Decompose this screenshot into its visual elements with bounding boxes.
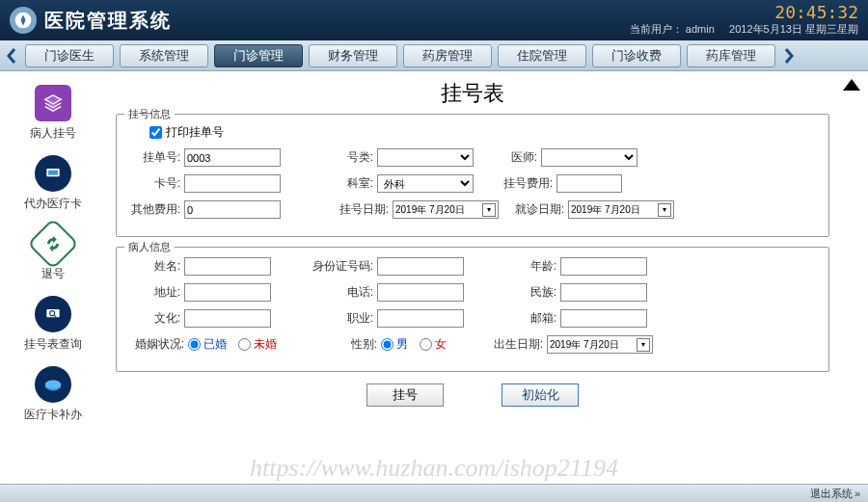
name-label: 姓名: xyxy=(130,258,180,275)
calendar-icon: ▾ xyxy=(482,203,496,217)
sidebar-item-register[interactable]: 病人挂号 xyxy=(30,85,76,142)
svg-point-7 xyxy=(45,380,62,388)
user-label: 当前用户： xyxy=(630,23,683,35)
sidebar-item-reissue[interactable]: 医疗卡补办 xyxy=(24,366,82,423)
visitdate-picker[interactable]: 2019年 7月20日▾ xyxy=(568,200,674,219)
edu-input[interactable] xyxy=(184,309,271,328)
married-radio[interactable] xyxy=(188,338,201,351)
tab-inpatient-mgmt[interactable]: 住院管理 xyxy=(498,44,586,67)
calendar-icon: ▾ xyxy=(637,338,650,352)
app-header: 医院管理系统 20:45:32 当前用户： admin 2012年5月13日 星… xyxy=(0,0,868,40)
unmarried-radio[interactable] xyxy=(238,338,251,351)
nation-input[interactable] xyxy=(560,283,647,302)
card-input[interactable] xyxy=(184,174,281,193)
age-input[interactable] xyxy=(560,257,647,276)
name-input[interactable] xyxy=(184,257,271,276)
layers-icon xyxy=(35,85,71,121)
dept-label: 科室: xyxy=(335,175,373,192)
birth-picker[interactable]: 2019年 7月20日▾ xyxy=(547,335,653,354)
group-registration-info: 挂号信息 打印挂单号 挂单号: 号类: 医师: 卡号: 科室:外科 挂号费用: … xyxy=(116,114,829,237)
tab-system-mgmt[interactable]: 系统管理 xyxy=(120,44,208,67)
female-radio[interactable] xyxy=(420,338,432,351)
type-label: 号类: xyxy=(335,149,373,166)
app-logo-icon xyxy=(10,7,37,34)
tab-outpatient-mgmt[interactable]: 门诊管理 xyxy=(214,44,303,67)
calendar-icon: ▾ xyxy=(658,203,671,217)
svg-rect-2 xyxy=(48,171,58,175)
sidebar-item-label: 病人挂号 xyxy=(30,125,76,142)
phone-label: 电话: xyxy=(335,284,373,301)
sidebar-item-label: 代办医疗卡 xyxy=(24,196,82,212)
gender-label: 性别: xyxy=(339,336,377,353)
sidebar-item-label: 医疗卡补办 xyxy=(24,407,82,423)
marital-label: 婚姻状况: xyxy=(130,336,184,353)
print-label: 打印挂单号 xyxy=(166,124,224,141)
group-title: 挂号信息 xyxy=(124,107,175,121)
sidebar: 病人挂号 代办医疗卡 退号 挂号表查询 医疗卡补办 xyxy=(0,71,106,484)
tab-drug-store-mgmt[interactable]: 药库管理 xyxy=(687,44,775,67)
card-icon xyxy=(35,366,71,403)
clock: 20:45:32 xyxy=(630,2,858,22)
regno-label: 挂单号: xyxy=(130,149,180,166)
scroll-up-icon[interactable] xyxy=(841,77,862,98)
visitdate-label: 就诊日期: xyxy=(510,201,564,218)
addr-input[interactable] xyxy=(184,283,271,302)
fee-input[interactable] xyxy=(556,174,622,193)
edu-label: 文化: xyxy=(130,310,180,327)
type-select[interactable] xyxy=(377,148,474,167)
tab-finance-mgmt[interactable]: 财务管理 xyxy=(309,44,397,67)
group-patient-info: 病人信息 姓名: 身份证号码: 年龄: 地址: 电话: 民族: 文化: 职业: … xyxy=(116,247,829,372)
sidebar-item-query[interactable]: 挂号表查询 xyxy=(24,296,82,353)
card-label: 卡号: xyxy=(130,175,180,192)
doctor-select[interactable] xyxy=(541,148,637,167)
nav-left-icon[interactable] xyxy=(4,44,19,67)
female-label: 女 xyxy=(435,336,447,353)
email-label: 邮箱: xyxy=(518,310,556,327)
male-radio[interactable] xyxy=(381,338,393,351)
phone-input[interactable] xyxy=(377,283,464,302)
page-title: 挂号表 xyxy=(116,79,829,108)
sidebar-item-card[interactable]: 代办医疗卡 xyxy=(24,155,82,212)
fee-label: 挂号费用: xyxy=(499,175,553,192)
footer-bar: 退出系统 » xyxy=(0,484,868,502)
email-input[interactable] xyxy=(560,309,647,328)
tab-bar: 门诊医生 系统管理 门诊管理 财务管理 药房管理 住院管理 门诊收费 药库管理 xyxy=(0,40,868,71)
tab-pharmacy-mgmt[interactable]: 药房管理 xyxy=(403,44,492,67)
married-label: 已婚 xyxy=(203,336,227,353)
sidebar-item-cancel[interactable]: 退号 xyxy=(35,225,71,282)
nav-right-icon[interactable] xyxy=(781,44,797,67)
otherfee-input[interactable] xyxy=(184,200,281,219)
content-area: 挂号表 挂号信息 打印挂单号 挂单号: 号类: 医师: 卡号: 科室:外科 挂号… xyxy=(106,71,868,484)
chevron-right-icon: » xyxy=(854,488,860,499)
date-text: 2012年5月13日 星期三星期 xyxy=(729,23,858,35)
regno-input[interactable] xyxy=(184,148,281,167)
regdate-label: 挂号日期: xyxy=(335,201,389,218)
job-label: 职业: xyxy=(335,310,373,327)
header-right: 20:45:32 当前用户： admin 2012年5月13日 星期三星期 xyxy=(630,2,858,37)
button-row: 挂号 初始化 xyxy=(116,383,829,407)
otherfee-label: 其他费用: xyxy=(130,201,180,218)
nation-label: 民族: xyxy=(518,284,556,301)
tab-outpatient-doctor[interactable]: 门诊医生 xyxy=(25,44,114,67)
tab-outpatient-charge[interactable]: 门诊收费 xyxy=(592,44,681,67)
unmarried-label: 未婚 xyxy=(254,336,277,353)
dept-select[interactable]: 外科 xyxy=(377,174,474,193)
birth-label: 出生日期: xyxy=(489,336,543,353)
idcard-input[interactable] xyxy=(377,257,464,276)
sidebar-item-label: 退号 xyxy=(41,266,65,282)
group-title: 病人信息 xyxy=(124,240,175,254)
register-button[interactable]: 挂号 xyxy=(366,383,444,407)
exit-button[interactable]: 退出系统 » xyxy=(810,487,860,501)
init-button[interactable]: 初始化 xyxy=(502,383,579,407)
male-label: 男 xyxy=(396,336,408,353)
refresh-icon xyxy=(27,218,79,270)
age-label: 年龄: xyxy=(518,258,556,275)
print-checkbox[interactable] xyxy=(149,126,162,139)
addr-label: 地址: xyxy=(130,284,180,301)
monitor-icon xyxy=(35,155,71,192)
main-area: 病人挂号 代办医疗卡 退号 挂号表查询 医疗卡补办 xyxy=(0,71,868,484)
sidebar-item-label: 挂号表查询 xyxy=(24,336,82,353)
regdate-picker[interactable]: 2019年 7月20日▾ xyxy=(393,200,499,219)
job-input[interactable] xyxy=(377,309,464,328)
app-title: 医院管理系统 xyxy=(44,8,172,34)
